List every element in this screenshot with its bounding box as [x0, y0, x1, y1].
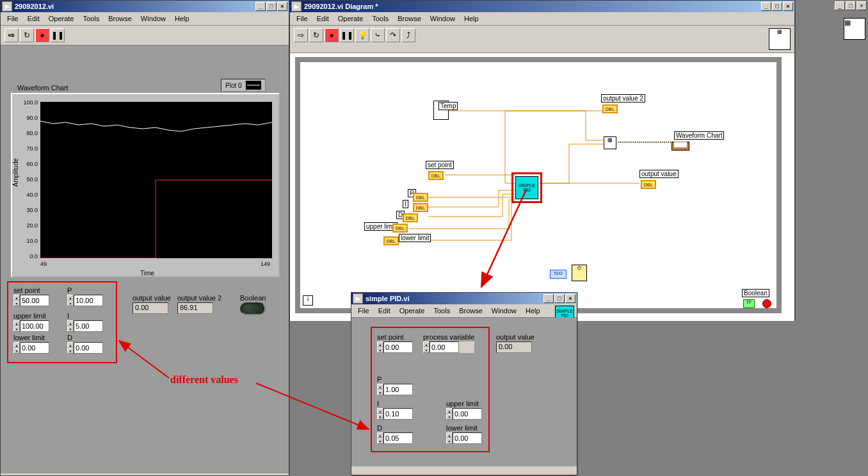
fp-title: 29092012.vi	[15, 3, 54, 10]
fp-menubar: File Edit Operate Tools Browse Window He…	[1, 12, 289, 26]
ytick: 10.0	[19, 238, 38, 244]
pid-ov-label: output value	[496, 333, 534, 341]
run-continuous-button[interactable]: ↻	[309, 28, 323, 42]
parent-vi-icon[interactable]: ▦	[844, 18, 865, 40]
minimize-button[interactable]: _	[255, 2, 266, 11]
outputvalue-indicator: 0.00	[133, 302, 168, 314]
minimize-button[interactable]: _	[543, 294, 554, 303]
pause-button[interactable]: ❚❚	[51, 28, 65, 42]
menu-tools[interactable]: Tools	[368, 13, 392, 24]
menu-browse[interactable]: Browse	[394, 13, 425, 24]
iteration-terminal[interactable]: i	[303, 295, 313, 306]
boolean-switch[interactable]	[240, 302, 266, 315]
pause-button[interactable]: ❚❚	[340, 28, 354, 42]
menu-operate[interactable]: Operate	[45, 13, 78, 24]
close-button[interactable]: ×	[565, 294, 575, 303]
setpoint-terminal[interactable]: DBL	[428, 171, 444, 180]
ytick: 40.0	[19, 192, 38, 198]
fp-titlebar[interactable]: ▶ 29092012.vi _ □ ×	[1, 1, 289, 12]
pid-titlebar[interactable]: ▶ simple PID.vi _ □ ×	[351, 293, 577, 304]
pid-subvi[interactable]: SIMPLE PID	[515, 176, 538, 199]
labview-icon: ▶	[291, 1, 301, 12]
vi-icon[interactable]: ▦	[769, 28, 791, 50]
menu-window[interactable]: Window	[426, 13, 459, 24]
delay-constant[interactable]: 500	[550, 270, 567, 279]
minimize-button[interactable]: _	[761, 2, 771, 11]
menu-file[interactable]: File	[293, 13, 312, 24]
menu-file[interactable]: File	[354, 306, 373, 316]
pid-menubar: File Edit Operate Tools Browse Window He…	[351, 304, 577, 318]
run-button[interactable]: ⇨	[4, 28, 19, 42]
maximize-button[interactable]: □	[554, 294, 565, 303]
menu-window[interactable]: Window	[137, 13, 170, 24]
menu-edit[interactable]: Edit	[313, 13, 333, 24]
menu-help[interactable]: Help	[460, 13, 483, 24]
menu-tools[interactable]: Tools	[430, 306, 454, 316]
ytick: 0.0	[19, 253, 38, 259]
menu-help[interactable]: Help	[522, 306, 544, 316]
menu-tools[interactable]: Tools	[79, 13, 103, 24]
abort-button[interactable]: ●	[35, 28, 49, 42]
output-value-terminal[interactable]: DBL	[641, 180, 656, 189]
legend-sample	[246, 81, 261, 90]
menu-operate[interactable]: Operate	[334, 13, 367, 24]
output-value-2-terminal[interactable]: DBL	[602, 104, 618, 113]
lower-terminal[interactable]: DBL	[383, 236, 399, 245]
build-array-node[interactable]: ▦	[604, 136, 616, 149]
menu-edit[interactable]: Edit	[374, 306, 394, 316]
lower-bd-label: lower limit	[399, 234, 431, 242]
step-out-button[interactable]: ⤴	[401, 28, 415, 42]
outputvalue2-label: output value 2	[177, 294, 221, 302]
ytick: 90.0	[19, 115, 38, 121]
menu-operate[interactable]: Operate	[396, 306, 429, 316]
close-button[interactable]: ×	[783, 2, 793, 11]
highlight-button[interactable]: 💡	[355, 28, 369, 42]
run-button[interactable]: ⇨	[294, 28, 308, 42]
menu-edit[interactable]: Edit	[24, 13, 44, 24]
I-terminal[interactable]: DBL	[413, 203, 428, 212]
menu-window[interactable]: Window	[488, 306, 520, 316]
temp-label: Temp	[438, 102, 458, 110]
I-bd-label: I	[403, 200, 408, 208]
parent-window-buttons: _ □ ×	[835, 1, 867, 10]
setpoint-label: set point	[426, 161, 454, 169]
wait-ms-node[interactable]: ⏱	[572, 265, 587, 281]
loop-stop-condition[interactable]	[762, 299, 771, 308]
chart-legend[interactable]: Plot 0	[221, 79, 266, 92]
D-terminal[interactable]: DBL	[403, 213, 418, 222]
labview-icon: ▶	[353, 293, 363, 304]
parent-maximize[interactable]: □	[846, 1, 856, 10]
parent-close[interactable]: ×	[856, 1, 867, 10]
waveform-chart[interactable]: Amplitude 0.0 10.0 20.0 30.0 40.0 50.0 6…	[11, 93, 280, 277]
chart-label: Waveform Chart	[674, 131, 724, 140]
ytick: 70.0	[19, 145, 38, 152]
close-button[interactable]: ×	[277, 2, 287, 11]
maximize-button[interactable]: □	[266, 2, 277, 11]
menu-help[interactable]: Help	[171, 13, 193, 24]
pid-text: SIMPLE PID	[516, 183, 538, 192]
ytick: 50.0	[19, 176, 38, 183]
menu-browse[interactable]: Browse	[455, 306, 486, 316]
pid-client: set point ▲▼ process variable ▲▼ output …	[351, 318, 577, 466]
maximize-button[interactable]: □	[772, 2, 782, 11]
menu-file[interactable]: File	[3, 13, 22, 24]
waveform-chart-terminal[interactable]: ████	[671, 142, 689, 151]
P-terminal[interactable]: DBL	[413, 193, 428, 202]
boolean-terminal[interactable]: TF	[743, 299, 755, 308]
abort-button[interactable]: ●	[325, 28, 339, 42]
parent-minimize[interactable]: _	[835, 1, 845, 10]
run-continuous-button[interactable]: ↻	[20, 28, 34, 42]
front-panel-window: ▶ 29092012.vi _ □ × File Edit Operate To…	[0, 0, 289, 476]
step-over-button[interactable]: ↷	[386, 28, 400, 42]
chart-title: Waveform Chart	[17, 84, 68, 92]
boolean-bd-label: Boolean	[742, 289, 769, 297]
while-loop[interactable]: 🌡 Temp output value 2 DBL ▦ Waveform Cha…	[295, 57, 782, 313]
fp-client: Waveform Chart Plot 0 Amplitude 0.0 10.0…	[1, 45, 289, 473]
bd-menubar: File Edit Operate Tools Browse Window He…	[290, 12, 794, 26]
bd-titlebar[interactable]: ▶ 29092012.vi Diagram * _ □ ×	[290, 1, 794, 12]
upper-terminal[interactable]: DBL	[392, 224, 408, 233]
step-into-button[interactable]: ⤷	[371, 28, 385, 42]
xtick-max: 149	[261, 261, 270, 267]
menu-browse[interactable]: Browse	[104, 13, 136, 24]
ov-label: output value	[639, 170, 679, 178]
